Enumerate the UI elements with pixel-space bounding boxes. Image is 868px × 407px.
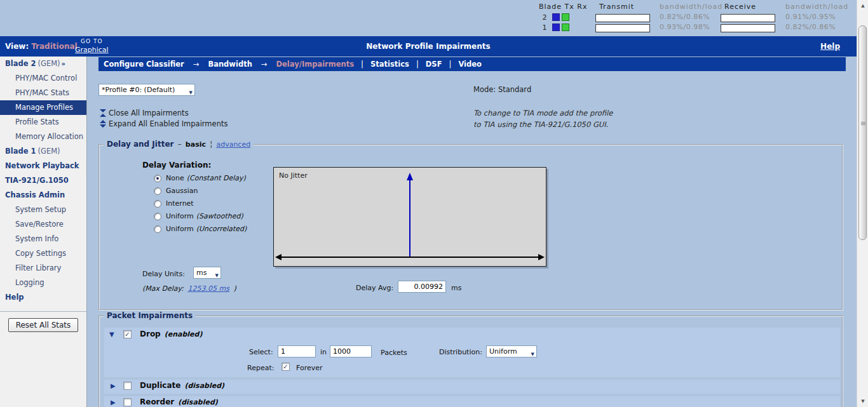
duplicate-enable-checkbox[interactable] <box>123 382 132 390</box>
transmit-bandwidth-column: bandwidth/load 0.82%/0.86% 0.93%/0.98% <box>660 3 722 32</box>
profile-select[interactable]: *Profile #0: (Default) ▼ <box>98 84 195 96</box>
radio-option-uniform-uncorrelated[interactable]: Uniform (Uncorrelated) <box>154 225 247 233</box>
delay-spike-arrowhead <box>407 173 413 180</box>
radio-option-uniform-sawtoothed[interactable]: Uniform (Sawtoothed) <box>154 212 243 220</box>
distribution-label: Distribution: <box>439 348 482 356</box>
duplicate-state: (disabled) <box>184 382 224 390</box>
check-icon: ✓ <box>283 363 288 370</box>
reorder-collapsed-triangle-icon[interactable]: ▶ <box>111 399 116 406</box>
transmit-header: Transmit <box>595 3 650 12</box>
radio-button[interactable] <box>154 200 161 208</box>
duplicate-impairment-band: ▶ Duplicate(disabled) <box>104 380 840 394</box>
scrollbar-thumb[interactable] <box>858 25 867 240</box>
sidebar-item-tia-921[interactable]: TIA-921/G.1050 <box>0 173 86 188</box>
legend-dash: – <box>178 140 182 149</box>
tab-dsf[interactable]: DSF <box>426 60 442 69</box>
tia-note-line1: To change to TIA mode add the profile <box>473 109 613 117</box>
drop-impairment-name: Drop(enabled) <box>140 330 202 338</box>
delay-units-label: Delay Units: <box>142 270 185 278</box>
receive-bar-blade1 <box>721 24 775 32</box>
drop-enable-checkbox[interactable]: ✓ <box>123 330 132 338</box>
transmit-column: Transmit <box>595 3 650 32</box>
help-link[interactable]: Help <box>820 42 840 51</box>
sidebar-item-memory-allocation[interactable]: Memory Allocation <box>0 130 86 144</box>
reorder-impairment-band: ▶ Reorder(disabled) <box>104 396 840 407</box>
sidebar-item-logging[interactable]: Logging <box>0 276 86 290</box>
reorder-enable-checkbox[interactable] <box>123 398 132 406</box>
sidebar-item-blade-2[interactable]: Blade 2(GEM)» <box>0 57 86 71</box>
distribution-select[interactable]: Uniform ▼ <box>486 345 537 357</box>
transmit-bar-blade2 <box>595 14 650 22</box>
sidebar-item-help[interactable]: Help <box>0 290 86 305</box>
tx-led-blade2 <box>552 13 560 21</box>
sidebar-item-manage-profiles[interactable]: Manage Profiles <box>0 100 86 115</box>
radio-option-none[interactable]: None (Constant Delay) <box>154 174 246 182</box>
sidebar-item-phy-mac-control[interactable]: PHY/MAC Control <box>0 71 86 86</box>
radio-button[interactable] <box>154 175 161 182</box>
tx-bandwidth-value: 0.82%/0.86% <box>660 12 722 22</box>
radio-button[interactable] <box>154 187 161 195</box>
tab-statistics[interactable]: Statistics <box>370 60 409 69</box>
jitter-plot <box>274 168 546 266</box>
sidebar-item-network-playback[interactable]: Network Playback <box>0 159 86 173</box>
drop-select-count-input[interactable] <box>278 345 316 357</box>
sidebar-item-filter-library[interactable]: Filter Library <box>0 261 86 276</box>
sidebar-item-chassis-admin[interactable]: Chassis Admin <box>0 188 86 203</box>
blade-number: 2 <box>539 13 550 22</box>
radio-button[interactable] <box>154 213 161 220</box>
advanced-link[interactable]: advanced <box>216 140 250 149</box>
reset-all-stats-button[interactable]: Reset All Stats <box>8 318 78 332</box>
rx-bandwidth-value: 0.82%/0.86% <box>785 22 848 32</box>
breadcrumb-configure-classifier[interactable]: Configure Classifier <box>104 60 184 69</box>
forever-label: Forever <box>296 364 323 372</box>
sidebar-item-system-info[interactable]: System Info <box>0 232 86 246</box>
bandwidth-load-header: bandwidth/load <box>660 3 722 12</box>
breadcrumb-separator: | <box>449 60 452 69</box>
check-icon: ✓ <box>125 331 130 338</box>
sidebar-item-save-restore[interactable]: Save/Restore <box>0 217 86 232</box>
drop-in-count-input[interactable] <box>330 345 372 357</box>
rx-led-blade2 <box>562 13 569 21</box>
radio-option-internet[interactable]: Internet <box>154 199 196 208</box>
page-title: Network Profile Impairments <box>0 42 857 51</box>
in-label: in <box>320 348 327 356</box>
blade-row: 1 <box>539 22 587 32</box>
expand-all-impairments-link[interactable]: Expand All Enabled Impairments <box>100 119 227 128</box>
drop-impairment-band: ▼ ✓ Drop(enabled) Select: in Packets Dis… <box>104 328 840 377</box>
sidebar-item-copy-settings[interactable]: Copy Settings <box>0 246 86 261</box>
mode-indicator: Mode: Standard <box>473 85 531 94</box>
scroll-up-icon[interactable]: ▲ <box>857 1 868 11</box>
breadcrumb-delay-impairments[interactable]: Delay/Impairments <box>276 60 355 69</box>
axis-left-arrowhead <box>275 254 281 260</box>
radio-button[interactable] <box>154 225 161 233</box>
repeat-label: Repeat: <box>247 364 274 372</box>
duplicate-impairment-name: Duplicate(disabled) <box>140 381 224 390</box>
duplicate-collapsed-triangle-icon[interactable]: ▶ <box>111 382 116 389</box>
breadcrumb-separator: | <box>361 60 363 69</box>
sidebar-item-phy-mac-stats[interactable]: PHY/MAC Stats <box>0 86 86 100</box>
sidebar-item-system-setup[interactable]: System Setup <box>0 203 86 217</box>
tab-video[interactable]: Video <box>458 60 482 69</box>
delay-avg-input[interactable] <box>398 281 446 293</box>
packet-impairments-legend: Packet Impairments <box>104 311 196 320</box>
scroll-down-icon[interactable]: ▼ <box>857 396 868 406</box>
max-delay-link[interactable]: 1253.05 ms <box>187 284 229 293</box>
close-all-impairments-link[interactable]: Close All Impairments <box>100 109 189 117</box>
chevron-down-icon: ▼ <box>215 270 219 281</box>
delay-units-select[interactable]: ms ▼ <box>193 267 221 279</box>
title-bar: View:Traditional GO TO Graphical Network… <box>0 36 857 57</box>
jitter-graph-label: No Jitter <box>279 171 308 180</box>
sidebar-divider <box>0 311 86 312</box>
reorder-state: (disabled) <box>178 398 218 406</box>
select-label: Select: <box>249 348 273 356</box>
breadcrumb-bandwidth[interactable]: Bandwidth <box>208 60 252 69</box>
sidebar-item-profile-stats[interactable]: Profile Stats <box>0 115 86 130</box>
delay-avg-label: Delay Avg: <box>356 284 393 292</box>
sidebar-item-blade-1[interactable]: Blade 1(GEM) <box>0 144 86 159</box>
mode-label: Mode: <box>473 85 496 94</box>
repeat-forever-checkbox[interactable]: ✓ <box>281 363 290 371</box>
drop-expanded-triangle-icon[interactable]: ▼ <box>109 331 114 338</box>
receive-header: Receive <box>721 3 775 12</box>
radio-option-gaussian[interactable]: Gaussian <box>154 187 200 195</box>
vertical-scrollbar[interactable]: ▲ ▼ <box>857 0 868 407</box>
